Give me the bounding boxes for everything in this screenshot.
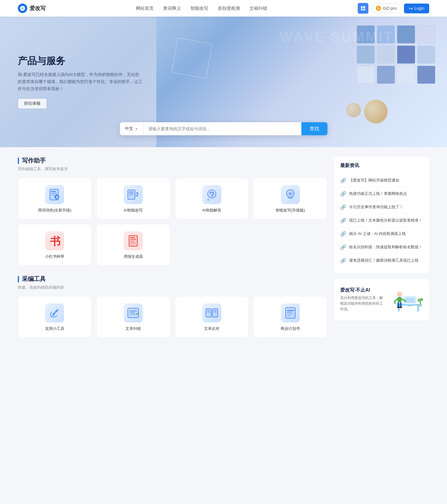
main-left: 写作助手 写作辅助工具，撰写效率提升 色 用词润色(全新升级) [18,157,327,338]
search-button[interactable]: 查找 [301,122,327,135]
svg-rect-37 [207,312,210,313]
grid-button[interactable] [358,3,368,14]
xiaohongshu-svg: 书 [47,234,62,248]
news-item-6[interactable]: 🔗 避免违规词汇！极限词检测工具现已上线 [340,254,423,267]
tool-text-compare-label: 文本比对 [204,326,219,331]
hero-content: 产品与服务 我·爱改写已经全面接入国内AI大模型，作为你的智能伙伴，无论您的需求… [18,55,142,109]
svg-rect-38 [214,311,217,311]
svg-rect-57 [400,302,402,307]
news-item-text-4: 揭示 AI 之谜：AI 内容检测器上线 [349,231,406,237]
tool-practical[interactable]: 实用小工具 [18,296,92,338]
svg-rect-52 [409,304,411,306]
svg-text:书: 书 [50,236,61,247]
tool-text-compare[interactable]: 文本比对 [175,296,249,338]
tool-text-correct[interactable]: 文本纠错 [96,296,170,338]
main-right: 最新资讯 🔗 【爱改写】网站升级模型通知 🔗 热搜功能正式上线！掌握网络热点 🔗… [334,157,429,338]
hero-title: 产品与服务 [18,55,142,68]
nav-proofread[interactable]: 文稿纠错 [249,6,267,11]
tool-word-color-label: 用词润色(全新升级) [38,208,71,213]
hero-cta-button[interactable]: 前往体验 [18,98,47,109]
ad-text: 爱改写·不止AI 充分利用爱改写的工具，解锁其功能并利用您的内容工作流。 [340,287,384,312]
hero-section: WAVE SUMMIT 产品与服务 我·爱改写已经全面接入国内AI大模型，作为你… [0,17,447,147]
news-item-4[interactable]: 🔗 揭示 AI 之谜：AI 内容检测器上线 [340,227,423,241]
tool-ai-answer-icon: AI [202,185,221,204]
tool-ai-rewrite-icon [124,185,143,204]
svg-rect-32 [206,309,211,317]
link-icon-2: 🔗 [340,204,346,210]
svg-rect-24 [130,241,134,242]
news-item-0[interactable]: 🔗 【爱改写】网站升级模型通知 [340,174,423,187]
ad-desc: 充分利用爱改写的工具，解锁其功能并利用您的内容工作流。 [340,295,384,312]
nav-home[interactable]: 网站首页 [136,6,154,11]
ad-illustration [388,285,423,314]
news-item-text-0: 【爱改写】网站升级模型通知 [349,177,399,183]
svg-rect-31 [130,314,136,315]
svg-rect-44 [287,314,293,314]
svg-rect-34 [212,309,218,317]
news-item-3[interactable]: 🔗 现已上线！文本颜色分析器让提取更精准！ [340,214,423,227]
svg-rect-63 [419,304,422,306]
nav-lookup[interactable]: 查词释义 [163,6,181,11]
search-lang-text: 中文 [125,126,133,131]
hero-sphere2 [346,103,361,117]
writing-tool-grid: 色 用词润色(全新升级) [18,178,327,265]
link-icon-1: 🔗 [340,191,346,197]
tool-ai-answer[interactable]: AI AI智能解答 [175,178,249,219]
ad-title: 爱改写·不止AI [340,287,384,293]
logo-svg [20,5,26,11]
deco-b9 [357,66,375,84]
tool-weekly-report[interactable]: 周报生成器 [96,224,170,265]
tool-business-plan-label: 商业计划书 [281,326,300,331]
login-button[interactable]: ↪ Login [404,4,429,13]
svg-rect-29 [130,311,137,311]
login-icon: ↪ [409,6,413,11]
go-icon: ⊙ [376,6,381,11]
hero-circuit [171,37,213,79]
deco-b12 [417,66,435,84]
nav-links: 网站首页 查词释义 智能改写 原创度检测 文稿纠错 [136,6,267,11]
tool-ai-answer-label: AI智能解答 [202,208,221,213]
word-color-svg: 色 [47,187,62,202]
nav-originality[interactable]: 原创度检测 [218,6,240,11]
svg-point-54 [397,292,402,297]
logo[interactable]: 爱改写 [18,4,46,13]
svg-rect-56 [397,302,399,307]
go-pro-button[interactable]: ⊙ GO pro [371,4,401,13]
tool-xiaohongshu-label: 小红书种草 [45,254,64,259]
tool-ai-rewrite[interactable]: AI智能改写 [96,178,170,219]
text-compare-svg [205,306,219,320]
business-plan-svg [283,306,298,320]
deco-b3 [397,26,415,43]
link-icon-3: 🔗 [340,218,346,223]
logo-text: 爱改写 [30,5,46,12]
editing-section-bar [18,276,19,282]
tool-smart-rewrite[interactable]: AI 智能改写(升级版) [253,178,327,219]
svg-rect-3 [51,193,57,194]
news-item-5[interactable]: 🔗 姓名识别利器：快速提取和解析姓名数据！ [340,241,423,254]
tool-word-color[interactable]: 色 用词润色(全新升级) [18,178,92,219]
nav-rewrite[interactable]: 智能改写 [190,6,208,11]
svg-rect-48 [417,306,419,311]
text-correct-svg [126,306,140,320]
news-item-text-1: 热搜功能正式上线！掌握网络热点 [349,191,407,197]
tool-business-plan[interactable]: 商业计划书 [253,296,327,338]
search-bar: 中文 ▼ 查找 [120,122,327,135]
news-item-2[interactable]: 🔗 今日历史事件查询功能上线了！ [340,201,423,214]
news-item-1[interactable]: 🔗 热搜功能正式上线！掌握网络热点 [340,187,423,201]
tool-weekly-report-icon [124,231,143,250]
svg-rect-55 [397,297,402,302]
link-icon-6: 🔗 [340,258,346,263]
svg-rect-51 [405,298,415,303]
nav-actions: ⊙ GO pro ↪ Login [358,3,429,14]
link-icon-4: 🔗 [340,231,346,237]
svg-rect-45 [287,315,291,316]
search-lang-selector[interactable]: 中文 ▼ [120,122,144,135]
chevron-down-icon: ▼ [135,127,138,131]
tool-practical-label: 实用小工具 [45,326,64,331]
svg-point-14 [211,196,212,197]
search-input[interactable] [144,122,301,135]
tool-text-compare-icon [202,303,221,322]
tool-xiaohongshu[interactable]: 书 小红书种草 [18,224,92,265]
weekly-report-svg [126,234,140,248]
writing-section-sub: 写作辅助工具，撰写效率提升 [18,166,327,172]
